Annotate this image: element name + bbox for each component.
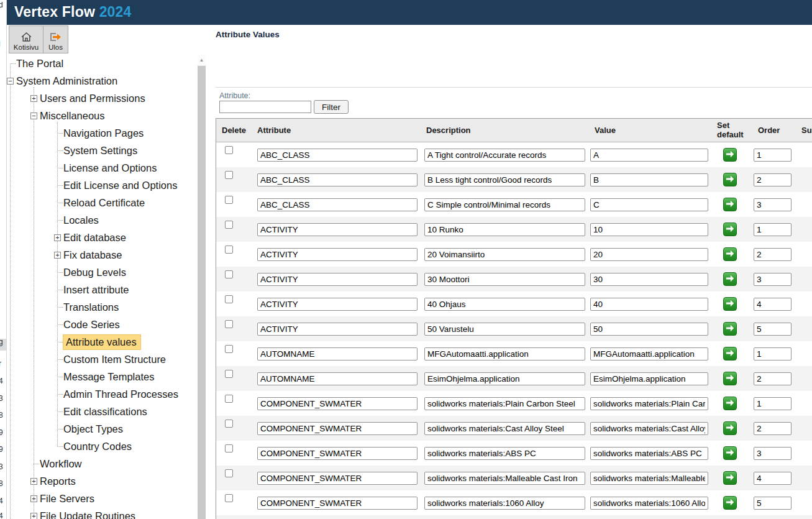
tree-scrollbar[interactable]: ▲ [198, 55, 206, 519]
description-input[interactable] [424, 497, 585, 510]
tree-item-debug-levels[interactable]: Debug Levels [7, 264, 198, 281]
expand-icon[interactable]: + [30, 95, 37, 102]
tree-item-admin-thread-processes[interactable]: Admin Thread Processes [7, 385, 198, 403]
delete-checkbox[interactable] [225, 171, 233, 179]
set-default-button[interactable] [723, 496, 737, 510]
set-default-button[interactable] [723, 148, 737, 162]
delete-checkbox[interactable] [225, 146, 233, 154]
value-input[interactable] [590, 149, 708, 162]
set-default-button[interactable] [723, 421, 737, 435]
delete-checkbox[interactable] [225, 370, 233, 378]
order-input[interactable] [754, 447, 791, 460]
tree-item-code-series[interactable]: Code Series [7, 316, 198, 333]
order-input[interactable] [754, 149, 791, 162]
attribute-filter-input[interactable] [219, 101, 311, 113]
delete-checkbox[interactable] [225, 320, 233, 328]
order-input[interactable] [754, 248, 791, 261]
set-default-button[interactable] [723, 297, 737, 311]
attribute-input[interactable] [257, 298, 417, 311]
delete-checkbox[interactable] [225, 196, 233, 204]
tree-item-navigation-pages[interactable]: Navigation Pages [7, 124, 198, 142]
delete-checkbox[interactable] [225, 221, 233, 229]
attribute-input[interactable] [257, 397, 417, 410]
tree-item-workflow[interactable]: Workflow [7, 455, 198, 472]
order-input[interactable] [754, 223, 791, 236]
description-input[interactable] [424, 173, 585, 186]
description-input[interactable] [424, 273, 585, 286]
description-input[interactable] [424, 198, 585, 211]
tree-item-country-codes[interactable]: Country Codes [7, 438, 198, 455]
value-input[interactable] [590, 372, 708, 385]
set-default-button[interactable] [723, 322, 737, 336]
value-input[interactable] [590, 347, 708, 361]
order-input[interactable] [754, 372, 791, 385]
order-input[interactable] [754, 173, 791, 186]
delete-checkbox[interactable] [225, 420, 233, 428]
tree-item-edit-database[interactable]: +Edit database [7, 229, 198, 246]
value-input[interactable] [590, 497, 708, 510]
delete-checkbox[interactable] [225, 494, 233, 502]
order-input[interactable] [754, 347, 791, 361]
tree-item-license-and-options[interactable]: License and Options [7, 159, 198, 177]
tree-item-miscellaneous[interactable]: −Miscellaneous [7, 107, 198, 124]
attribute-input[interactable] [257, 497, 417, 510]
order-input[interactable] [754, 273, 791, 286]
value-input[interactable] [590, 472, 708, 485]
tree-item-file-update-routines[interactable]: +File Update Routines [7, 507, 198, 519]
set-default-button[interactable] [723, 173, 737, 186]
description-input[interactable] [424, 298, 585, 311]
expand-icon[interactable]: + [30, 495, 37, 502]
value-input[interactable] [590, 323, 708, 336]
attribute-input[interactable] [257, 372, 417, 385]
order-input[interactable] [754, 198, 791, 211]
tree-item-message-templates[interactable]: Message Templates [7, 368, 198, 385]
attribute-input[interactable] [257, 198, 417, 211]
attribute-input[interactable] [257, 472, 417, 485]
scroll-up-arrow-icon[interactable]: ▲ [198, 55, 206, 65]
description-input[interactable] [424, 347, 585, 361]
order-input[interactable] [754, 298, 791, 311]
attribute-input[interactable] [257, 149, 417, 162]
tree-item-locales[interactable]: Locales [7, 211, 198, 229]
order-input[interactable] [754, 422, 791, 435]
delete-checkbox[interactable] [225, 295, 233, 303]
value-input[interactable] [590, 422, 708, 435]
order-input[interactable] [754, 397, 791, 410]
value-input[interactable] [590, 298, 708, 311]
set-default-button[interactable] [723, 272, 737, 286]
tree-item-fix-database[interactable]: +Fix database [7, 246, 198, 264]
tree-item-reload-certificate[interactable]: Reload Certificate [7, 194, 198, 211]
expand-icon[interactable]: + [54, 252, 61, 259]
set-default-button[interactable] [723, 446, 737, 460]
expand-icon[interactable]: + [30, 513, 37, 519]
tree-item-the-portal[interactable]: The Portal [7, 55, 198, 72]
set-default-button[interactable] [723, 471, 737, 485]
description-input[interactable] [424, 149, 585, 162]
set-default-button[interactable] [723, 198, 737, 211]
set-default-button[interactable] [723, 372, 737, 385]
order-input[interactable] [754, 323, 791, 336]
collapse-icon[interactable]: − [7, 78, 14, 85]
description-input[interactable] [424, 223, 585, 236]
collapse-icon[interactable]: − [30, 113, 37, 119]
description-input[interactable] [424, 397, 585, 410]
attribute-input[interactable] [257, 273, 417, 286]
tree-item-system-settings[interactable]: System Settings [7, 142, 198, 159]
tree-item-edit-license-and-options[interactable]: Edit License and Options [7, 177, 198, 194]
tree-item-file-servers[interactable]: +File Servers [7, 490, 198, 507]
description-input[interactable] [424, 323, 585, 336]
delete-checkbox[interactable] [225, 469, 233, 477]
description-input[interactable] [424, 472, 585, 485]
set-default-button[interactable] [723, 223, 737, 236]
description-input[interactable] [424, 372, 585, 385]
set-default-button[interactable] [723, 247, 737, 261]
delete-checkbox[interactable] [225, 246, 233, 254]
set-default-button[interactable] [723, 397, 737, 410]
value-input[interactable] [590, 273, 708, 286]
value-input[interactable] [590, 173, 708, 186]
order-input[interactable] [754, 497, 791, 510]
description-input[interactable] [424, 248, 585, 261]
tree-item-translations[interactable]: Translations [7, 298, 198, 316]
tree-item-attribute-values[interactable]: Attribute values [7, 333, 198, 351]
logout-button[interactable]: Ulos [43, 26, 68, 53]
